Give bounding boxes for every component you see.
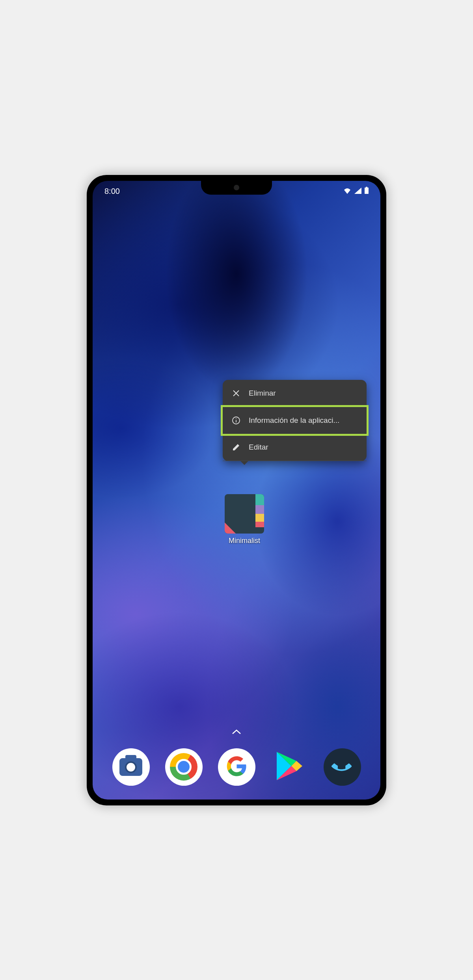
- app-label: Minimalist: [225, 537, 264, 545]
- menu-pointer-arrow: [240, 461, 248, 465]
- google-icon: [226, 755, 248, 779]
- dock-app-camera[interactable]: [112, 748, 150, 786]
- battery-icon: [365, 187, 369, 196]
- menu-label: Editar: [249, 443, 358, 452]
- chrome-icon: [170, 753, 197, 781]
- menu-label: Eliminar: [249, 389, 358, 398]
- phone-icon: [328, 752, 357, 781]
- menu-item-edit[interactable]: Editar: [223, 434, 367, 461]
- svg-rect-0: [365, 188, 369, 194]
- wallpaper: [93, 181, 380, 800]
- phone-device-frame: 8:00 Eliminar: [87, 175, 386, 805]
- phone-screen: 8:00 Eliminar: [93, 181, 380, 800]
- status-time: 8:00: [104, 187, 120, 196]
- info-icon: [231, 416, 241, 425]
- play-store-icon: [275, 750, 304, 784]
- camera-icon: [119, 758, 142, 776]
- menu-item-app-info[interactable]: Información de la aplicaci...: [221, 405, 369, 436]
- app-shortcut-minimalist[interactable]: Minimalist: [225, 494, 264, 545]
- edit-icon: [231, 443, 241, 452]
- app-drawer-indicator[interactable]: [232, 727, 241, 736]
- app-context-menu: Eliminar Información de la aplicaci... E…: [223, 380, 367, 461]
- dock-app-phone[interactable]: [324, 748, 361, 786]
- close-icon: [231, 389, 241, 398]
- menu-label: Información de la aplicaci...: [249, 416, 358, 425]
- dock: [93, 748, 380, 786]
- wifi-icon: [343, 187, 351, 196]
- menu-item-remove[interactable]: Eliminar: [223, 380, 367, 407]
- signal-icon: [354, 187, 361, 196]
- dock-app-play-store[interactable]: [271, 748, 308, 786]
- display-notch: [201, 181, 272, 195]
- status-icons: [343, 187, 369, 196]
- svg-point-3: [236, 418, 236, 419]
- svg-rect-1: [366, 187, 367, 188]
- dock-app-google[interactable]: [218, 748, 255, 786]
- dock-app-chrome[interactable]: [165, 748, 203, 786]
- app-icon: [225, 494, 264, 534]
